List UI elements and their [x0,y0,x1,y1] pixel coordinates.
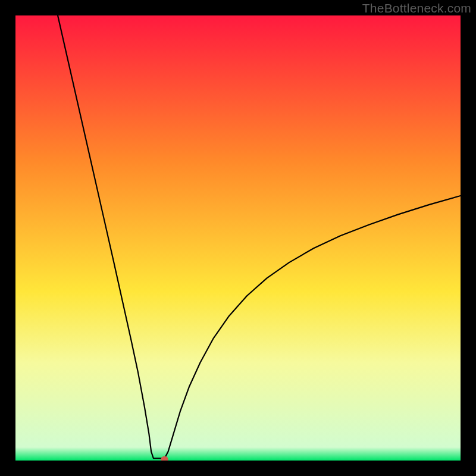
watermark-text: TheBottleneck.com [362,1,471,15]
plot-outer [15,15,461,461]
chart-frame: TheBottleneck.com [0,0,476,476]
bottleneck-chart [15,15,461,461]
gradient-background [15,15,461,461]
